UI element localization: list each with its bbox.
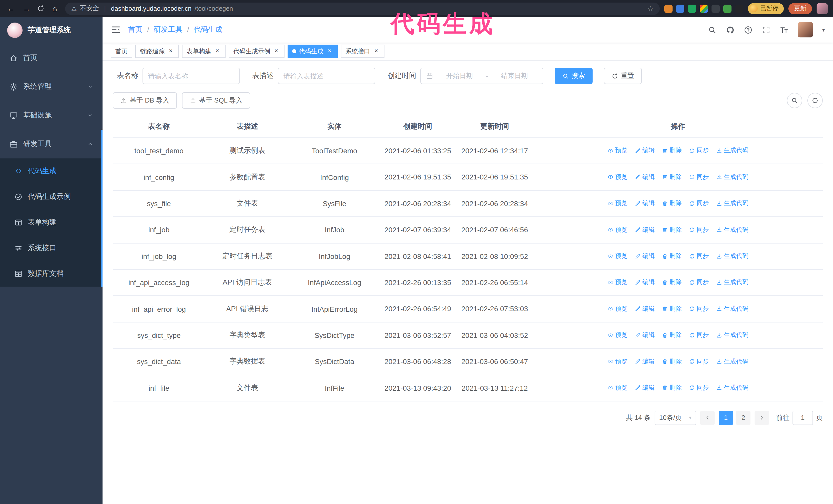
edit-link[interactable]: 编辑 — [635, 278, 654, 287]
delete-link[interactable]: 删除 — [662, 199, 682, 208]
preview-link[interactable]: 预览 — [608, 146, 627, 155]
bookmark-star-icon[interactable]: ☆ — [647, 4, 653, 13]
breadcrumb-home[interactable]: 首页 — [128, 25, 143, 34]
refresh-table-button[interactable] — [807, 93, 823, 108]
sync-link[interactable]: 同步 — [689, 331, 709, 339]
breadcrumb-codegen[interactable]: 代码生成 — [194, 25, 222, 34]
app-logo[interactable]: 芋道管理系统 — [0, 17, 102, 44]
tag-close-icon[interactable]: × — [167, 48, 174, 55]
delete-link[interactable]: 删除 — [662, 357, 682, 366]
delete-link[interactable]: 删除 — [662, 146, 682, 155]
browser-reload-icon[interactable] — [37, 5, 45, 12]
table-desc-input[interactable] — [278, 68, 375, 84]
preview-link[interactable]: 预览 — [608, 173, 627, 182]
sidebar-item-dev-tools[interactable]: 研发工具 — [0, 130, 102, 159]
generate-code-link[interactable]: 生成代码 — [716, 331, 748, 339]
edit-link[interactable]: 编辑 — [635, 173, 654, 182]
extension-leaf-icon[interactable] — [723, 4, 732, 13]
sidebar-item-db-docs[interactable]: 数据库文档 — [0, 261, 102, 287]
sync-link[interactable]: 同步 — [689, 146, 709, 155]
fullscreen-icon[interactable] — [762, 25, 770, 34]
preview-link[interactable]: 预览 — [608, 278, 627, 287]
tab-tag[interactable]: 首页 — [111, 45, 132, 58]
sidebar-item-system-api[interactable]: 系统接口 — [0, 235, 102, 261]
extension-multicolor-icon[interactable] — [700, 4, 708, 13]
page-size-select[interactable]: 10条/页 ▾ — [654, 411, 696, 425]
preview-link[interactable]: 预览 — [608, 305, 627, 313]
browser-home-icon[interactable]: ⌂ — [49, 4, 61, 13]
tab-tag[interactable]: 链路追踪 × — [135, 45, 179, 58]
delete-link[interactable]: 删除 — [662, 384, 682, 392]
reset-button[interactable]: 重置 — [604, 68, 642, 84]
sidebar-item-codegen-example[interactable]: 代码生成示例 — [0, 184, 102, 210]
tag-close-icon[interactable]: × — [214, 48, 221, 55]
address-bar[interactable]: ⚠ 不安全 | dashboard.yudao.iocoder.cn/tool/… — [65, 2, 660, 15]
sync-link[interactable]: 同步 — [689, 357, 709, 366]
sidebar-fold-icon[interactable] — [111, 25, 121, 35]
generate-code-link[interactable]: 生成代码 — [716, 384, 748, 392]
tab-tag[interactable]: 系统接口 × — [341, 45, 384, 58]
generate-code-link[interactable]: 生成代码 — [716, 199, 748, 208]
preview-link[interactable]: 预览 — [608, 384, 627, 392]
tag-close-icon[interactable]: × — [326, 48, 333, 55]
github-icon[interactable] — [726, 25, 735, 34]
extension-orange-icon[interactable] — [664, 4, 672, 13]
preview-link[interactable]: 预览 — [608, 199, 627, 208]
delete-link[interactable]: 删除 — [662, 252, 682, 261]
browser-update-button[interactable]: 更新 — [788, 3, 812, 14]
sidebar-item-system-management[interactable]: 系统管理 — [0, 72, 102, 101]
page-button-2[interactable]: 2 — [736, 411, 751, 425]
generate-code-link[interactable]: 生成代码 — [716, 173, 748, 182]
search-button[interactable]: 搜索 — [555, 68, 593, 84]
extension-green-badge-icon[interactable] — [688, 4, 696, 13]
sync-link[interactable]: 同步 — [689, 252, 709, 261]
user-avatar[interactable] — [798, 22, 813, 38]
browser-forward-icon[interactable]: → — [21, 4, 32, 13]
edit-link[interactable]: 编辑 — [635, 331, 654, 339]
generate-code-link[interactable]: 生成代码 — [716, 357, 748, 366]
sidebar-item-form-builder[interactable]: 表单构建 — [0, 210, 102, 235]
preview-link[interactable]: 预览 — [608, 357, 627, 366]
generate-code-link[interactable]: 生成代码 — [716, 146, 748, 155]
table-name-input[interactable] — [143, 68, 240, 84]
import-sql-button[interactable]: 基于 SQL 导入 — [182, 92, 251, 109]
edit-link[interactable]: 编辑 — [635, 357, 654, 366]
goto-page-input[interactable] — [792, 411, 813, 425]
font-size-icon[interactable] — [780, 25, 788, 34]
tab-tag[interactable]: 表单构建 × — [182, 45, 225, 58]
search-icon[interactable] — [708, 25, 717, 34]
extension-paw-icon[interactable] — [735, 4, 743, 13]
help-icon[interactable] — [744, 25, 753, 34]
date-range-picker[interactable]: 开始日期 - 结束日期 — [420, 68, 543, 84]
edit-link[interactable]: 编辑 — [635, 252, 654, 261]
tab-tag[interactable]: 代码生成 × — [288, 45, 338, 58]
generate-code-link[interactable]: 生成代码 — [716, 252, 748, 261]
sidebar-item-infrastructure[interactable]: 基础设施 — [0, 101, 102, 130]
edit-link[interactable]: 编辑 — [635, 305, 654, 313]
sync-link[interactable]: 同步 — [689, 225, 709, 234]
browser-back-icon[interactable]: ← — [5, 4, 17, 13]
delete-link[interactable]: 删除 — [662, 331, 682, 339]
sync-link[interactable]: 同步 — [689, 173, 709, 182]
toggle-search-button[interactable] — [787, 93, 802, 108]
tab-tag[interactable]: 代码生成示例 × — [229, 45, 285, 58]
page-button-1[interactable]: 1 — [719, 411, 733, 425]
sidebar-item-home[interactable]: 首页 — [0, 44, 102, 72]
preview-link[interactable]: 预览 — [608, 225, 627, 234]
edit-link[interactable]: 编辑 — [635, 199, 654, 208]
next-page-button[interactable] — [755, 411, 769, 425]
tag-close-icon[interactable]: × — [373, 48, 380, 55]
import-db-button[interactable]: 基于 DB 导入 — [113, 92, 177, 109]
delete-link[interactable]: 删除 — [662, 173, 682, 182]
delete-link[interactable]: 删除 — [662, 225, 682, 234]
edit-link[interactable]: 编辑 — [635, 225, 654, 234]
extension-dark-icon[interactable] — [712, 4, 720, 13]
edit-link[interactable]: 编辑 — [635, 146, 654, 155]
delete-link[interactable]: 删除 — [662, 305, 682, 313]
tag-close-icon[interactable]: × — [273, 48, 280, 55]
browser-profile-avatar[interactable] — [816, 3, 828, 14]
generate-code-link[interactable]: 生成代码 — [716, 225, 748, 234]
prev-page-button[interactable] — [700, 411, 715, 425]
sync-link[interactable]: 同步 — [689, 384, 709, 392]
preview-link[interactable]: 预览 — [608, 252, 627, 261]
